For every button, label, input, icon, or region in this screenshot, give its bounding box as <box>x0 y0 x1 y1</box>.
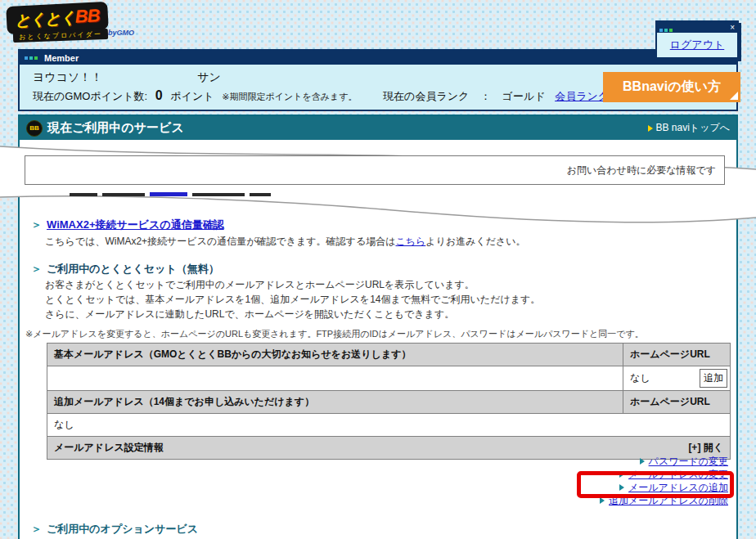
list-item: 追加メールアドレスの削除 <box>491 493 728 506</box>
homepage-url-cell: なし 追加 <box>623 366 731 391</box>
tokutoku-section-heading: ＞ご利用中のとくとくセット（無料） <box>31 262 219 276</box>
table-row: なし 追加 <box>47 366 731 391</box>
add-mail-link[interactable]: メールアドレスの追加 <box>628 482 728 493</box>
option-section-heading: ＞ご利用中のオプションサービス <box>31 522 198 537</box>
welcome-text: ヨウコソ！！ <box>33 70 102 83</box>
link-fragment <box>150 192 187 196</box>
tokutoku-line-2: とくとくセットでは、基本メールアドレスを1個、追加メールアドレスを14個まで無料… <box>45 293 540 307</box>
tokutoku-heading-text: ご利用中のとくとくセット（無料） <box>47 263 219 275</box>
tokutoku-line-1: お客さまがとくとくセットでご利用中のメールアドレスとホームページURLを表示して… <box>45 278 475 292</box>
triangle-icon <box>640 458 645 465</box>
logout-window: × ログアウト <box>655 20 739 59</box>
logout-link[interactable]: ログアウト <box>670 38 725 52</box>
tokutoku-bb-logo: とくとくBB おとくなプロバイダー byGMO <box>7 4 108 41</box>
bbnavi-page: とくとくBB おとくなプロバイダー byGMO × ログアウト Member ヨ… <box>0 0 756 539</box>
basic-mail-header: 基本メールアドレス（GMOとくとくBBからの大切なお知らせをお送りします） <box>47 344 623 366</box>
points-label: 現在のGMOポイント数: <box>33 90 147 102</box>
add-url-button[interactable]: 追加 <box>700 369 727 388</box>
tokutoku-line-3: さらに、メールアドレスに連動したURLで、ホームページを開設いただくこともできま… <box>45 308 454 321</box>
mail-settings-label: メールアドレス設定情報 <box>54 441 164 455</box>
expand-toggle[interactable]: [+] 開く <box>688 441 723 455</box>
text-fragment <box>250 193 271 196</box>
text-fragment <box>102 193 145 196</box>
table-row: 基本メールアドレス（GMOとくとくBBからの大切なお知らせをお送りします） ホー… <box>47 344 731 366</box>
text-fragment <box>70 193 97 196</box>
wimax-desc-before: こちらでは、WiMAx2+接続サービスの通信量が確認できます。確認する場合は <box>45 236 395 247</box>
list-item: メールアドレスの変更 <box>491 467 728 480</box>
corner-triangle-icon <box>730 92 738 100</box>
rank-label: 現在の会員ランク <box>383 90 469 102</box>
mail-quick-links: パスワードの変更 メールアドレスの変更 メールアドレスの追加 追加メールアドレス… <box>491 454 728 506</box>
delete-additional-mail-link[interactable]: 追加メールアドレスの削除 <box>609 495 728 506</box>
list-item: メールアドレスの追加 <box>491 480 728 493</box>
logo-bygmo: byGMO <box>108 29 134 37</box>
table-row: なし <box>47 414 731 437</box>
triangle-icon <box>600 497 605 504</box>
wimax-here-link[interactable]: こちら <box>395 236 425 247</box>
wimax-desc-after: よりお進みください。 <box>425 236 525 247</box>
table-row: 追加メールアドレス（14個までお申し込みいただけます） ホームページURL <box>47 391 731 414</box>
points-line: 現在のGMOポイント数: 0 ポイント ※期間限定ポイントを含みます。 現在の会… <box>33 88 631 104</box>
points-note: ※期間限定ポイントを含みます。 <box>222 92 357 101</box>
change-password-link[interactable]: パスワードの変更 <box>649 456 728 467</box>
member-bar-title: Member <box>44 53 79 63</box>
close-icon[interactable]: × <box>730 24 735 32</box>
logo-tagline: おとくなプロバイダー <box>13 29 108 43</box>
homepage-url-header: ホームページURL <box>623 344 731 366</box>
gt-marker: ＞ <box>31 263 42 275</box>
contact-info-notice-box: お問い合わせ時に必要な情報です <box>25 155 725 185</box>
wimax-description: こちらでは、WiMAx2+接続サービスの通信量が確認できます。確認する場合はこち… <box>45 235 526 249</box>
list-item: パスワードの変更 <box>491 454 728 467</box>
logo-text-bb: BB <box>74 5 100 27</box>
current-services-header: BB 現在ご利用中のサービス BB naviトップへ <box>20 116 736 140</box>
triangle-icon <box>619 484 624 491</box>
additional-mail-value: なし <box>47 414 731 437</box>
change-mail-link[interactable]: メールアドレスの変更 <box>628 469 728 480</box>
bbnavi-guide-label: BBnaviの使い方 <box>623 79 721 93</box>
mail-change-note: ※メールアドレスを変更すると、ホームページのURLも変更されます。FTP接続用の… <box>25 328 644 340</box>
bb-circle-icon: BB <box>26 120 43 137</box>
logout-window-titlebar: × <box>657 22 737 33</box>
additional-mail-header: 追加メールアドレス（14個までお申し込みいただけます） <box>47 391 623 414</box>
mail-address-table: 基本メールアドレス（GMOとくとくBBからの大切なお知らせをお送りします） ホー… <box>47 343 731 460</box>
logo-text-tokutoku: とくとく <box>15 9 76 29</box>
welcome-suffix: サン <box>197 70 221 83</box>
homepage-url-value: なし <box>630 372 650 384</box>
bbnavi-top-label: BB naviトップへ <box>656 121 730 135</box>
rank-value: ゴールド <box>502 90 546 102</box>
points-value: 0 <box>155 88 163 102</box>
homepage-url-header: ホームページURL <box>623 391 731 414</box>
wimax-usage-link[interactable]: WiMAX2+接続サービスの通信量確認 <box>47 218 224 231</box>
wimax-section-heading: ＞WiMAX2+接続サービスの通信量確認 <box>31 218 224 232</box>
text-fragment <box>192 193 245 196</box>
contact-info-notice-text: お問い合わせ時に必要な情報です <box>567 164 716 177</box>
window-dots-icon <box>659 20 674 35</box>
member-panel-titlebar: Member <box>20 51 736 65</box>
gt-marker: ＞ <box>31 523 42 535</box>
bbnavi-top-link[interactable]: BB naviトップへ <box>648 121 730 135</box>
window-dots-icon <box>25 56 39 60</box>
points-unit: ポイント <box>170 90 214 102</box>
obscured-text-fragment <box>70 192 276 196</box>
triangle-icon <box>648 125 653 132</box>
rank-separator: ： <box>480 90 491 102</box>
welcome-line: ヨウコソ！！ サン <box>33 70 221 85</box>
current-services-title: 現在ご利用中のサービス <box>47 120 184 136</box>
gt-marker: ＞ <box>31 218 42 231</box>
basic-mail-value <box>47 366 623 391</box>
triangle-icon <box>619 471 624 478</box>
bbnavi-guide-button[interactable]: BBnaviの使い方 <box>603 72 740 102</box>
option-heading-text: ご利用中のオプションサービス <box>47 523 198 535</box>
